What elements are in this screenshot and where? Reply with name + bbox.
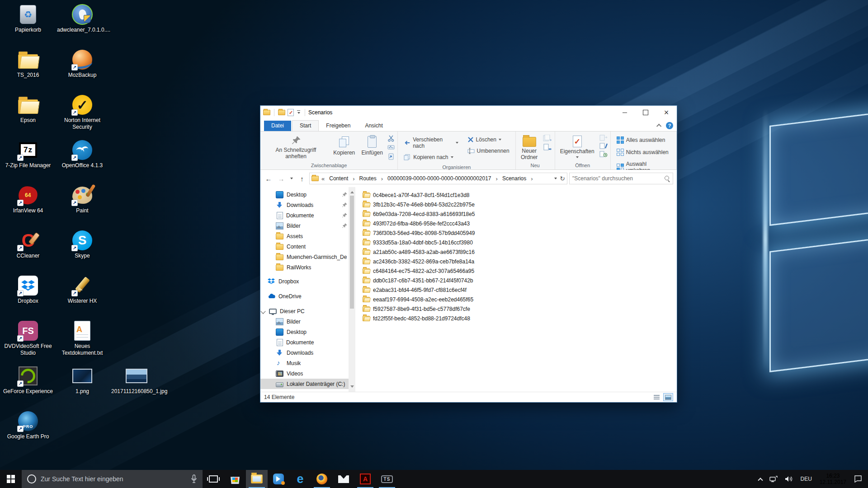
paste-shortcut-button[interactable] (387, 153, 395, 160)
breadcrumb-content[interactable]: Content (327, 174, 350, 183)
nav-item-content[interactable]: Content (260, 241, 349, 252)
task-view-button[interactable] (203, 470, 224, 488)
pin-to-quick-access-button[interactable]: An Schnellzugriff anheften (262, 133, 330, 161)
language-indicator[interactable]: DEU (797, 470, 815, 488)
select-all-button[interactable]: Alles auswählen (613, 135, 674, 145)
file-row[interactable]: 736f30b3-56ed-49bc-8098-57b9dd405949 (359, 228, 479, 238)
desktop-icon-jpg[interactable]: 20171112160850_1.jpg (110, 363, 163, 408)
desktop-icon-dvdvideosoft[interactable]: DVDVideoSoft Free Studio (2, 318, 54, 363)
edit-button[interactable] (599, 143, 608, 149)
taskbar-app-acrobat[interactable] (354, 470, 376, 488)
file-row[interactable]: fd22f55f-bedc-4852-bd88-21d9724dfc48 (359, 314, 474, 323)
desktop-icon-wisterer[interactable]: Wisterer HX (56, 273, 108, 318)
taskbar-app-explorer[interactable] (246, 470, 268, 488)
title-bar[interactable]: Scenarios (260, 106, 677, 119)
file-row[interactable]: eeaaf197-6994-4508-a2ec-eeb2ed465f65 (359, 295, 477, 304)
file-row[interactable]: f5927587-8be9-4f31-bd5e-c5778df67cfe (359, 304, 474, 314)
desktop-icon-geforce[interactable]: GeForce Experience (2, 363, 54, 408)
desktop-icon-neues-textdokument[interactable]: Neues Textdokument.txt (56, 318, 108, 363)
action-center-button[interactable] (851, 470, 865, 488)
desktop-icon-ts2016[interactable]: TS_2016 (2, 47, 54, 92)
minimize-button[interactable] (614, 106, 635, 119)
desktop-icon-1png[interactable]: 1.png (56, 363, 108, 408)
taskbar-app-media-player[interactable] (268, 470, 289, 488)
scrollbar-thumb[interactable] (350, 196, 354, 309)
file-row[interactable]: 493f072d-6fba-48b6-958e-fef2ccc43a43 (359, 219, 473, 228)
copy-button[interactable]: Kopieren (330, 133, 358, 161)
copy-path-button[interactable] (387, 144, 395, 151)
new-item-button[interactable] (543, 135, 552, 142)
microphone-icon[interactable] (191, 474, 197, 483)
nav-item-dropbox[interactable]: Dropbox (260, 276, 349, 286)
cut-button[interactable] (387, 135, 395, 142)
desktop-icon-dropbox[interactable]: Dropbox (2, 273, 54, 318)
breadcrumb-scenarios[interactable]: Scenarios (500, 174, 528, 183)
forward-button[interactable]: → (276, 173, 287, 184)
nav-item-assets[interactable]: Assets (260, 231, 349, 241)
tab-ansicht[interactable]: Ansicht (358, 121, 390, 131)
tray-overflow-button[interactable] (755, 470, 765, 488)
desktop-icon-epson[interactable]: Epson (2, 92, 54, 137)
delete-button[interactable]: Löschen (464, 135, 513, 145)
qat-customize-icon[interactable] (296, 109, 301, 116)
nav-item-desktop[interactable]: Desktop (260, 189, 349, 200)
nav-item-downloads[interactable]: Downloads (260, 200, 349, 210)
refresh-icon[interactable] (560, 175, 565, 182)
desktop-icon-mozbackup[interactable]: MozBackup (56, 47, 108, 92)
clock[interactable]: 16:23 12.11.2017 (816, 473, 850, 485)
desktop-icon-google-earth[interactable]: Google Earth Pro (2, 408, 54, 454)
file-row[interactable]: ddb0c187-c6b7-4351-bb67-214f45f0742b (359, 276, 477, 285)
nav-item-pc-bilder[interactable]: Bilder (260, 316, 349, 327)
easy-access-button[interactable] (543, 144, 552, 151)
nav-item-onedrive[interactable]: OneDrive (260, 291, 349, 301)
nav-item-muenchen-garmisch[interactable]: Muenchen-Garmisch_De (260, 252, 349, 262)
breadcrumb-route-guid[interactable]: 00000039-0000-0000-0000-000000002017 (386, 174, 493, 183)
help-icon[interactable] (666, 122, 673, 129)
tab-freigeben[interactable]: Freigeben (319, 121, 358, 131)
desktop-icon-paint[interactable]: Paint (56, 183, 108, 228)
tab-datei[interactable]: Datei (264, 121, 291, 131)
close-button[interactable] (656, 106, 677, 119)
taskbar-app-train-simulator[interactable] (376, 470, 398, 488)
nav-scrollbar[interactable] (349, 187, 355, 392)
desktop-icon-adwcleaner[interactable]: adwcleaner_7.0.1.0.... (56, 2, 108, 47)
explorer-search-input[interactable] (572, 175, 665, 182)
file-row[interactable]: c6484164-ec75-4822-a2cf-307a65466a95 (359, 266, 478, 276)
desktop-icon-openoffice[interactable]: OpenOffice 4.1.3 (56, 137, 108, 183)
tab-start[interactable]: Start (292, 120, 319, 131)
open-button[interactable] (599, 135, 608, 141)
rename-button[interactable]: Umbenennen (464, 146, 513, 156)
nav-item-pc-downloads[interactable]: Downloads (260, 347, 349, 358)
network-button[interactable] (766, 470, 781, 488)
maximize-button[interactable] (635, 106, 656, 119)
scroll-up-icon[interactable] (350, 189, 354, 193)
file-row[interactable]: 0c4bece1-a70f-4a37-8cf1-5f4d1cf1e3d8 (359, 190, 473, 200)
taskbar-app-mail[interactable] (333, 470, 354, 488)
file-row[interactable]: 3fb12b3c-457e-46e8-bb94-53d2c22b975e (359, 200, 478, 209)
nav-item-dokumente[interactable]: Dokumente (260, 210, 349, 221)
breadcrumb-overflow[interactable]: « (321, 175, 326, 182)
desktop-icon-7zip[interactable]: 7-Zip File Manager (2, 137, 54, 183)
desktop-icon-ccleaner[interactable]: CCleaner (2, 228, 54, 273)
expand-chevron-icon[interactable] (260, 309, 265, 314)
search-icon[interactable] (665, 176, 670, 181)
file-row[interactable]: 6b9e03da-7208-4ecd-8383-a616693f18e5 (359, 209, 479, 219)
nav-item-pc-musik[interactable]: Musik (260, 358, 349, 368)
desktop-icon-papierkorb[interactable]: Papierkorb (2, 2, 54, 47)
new-folder-button[interactable]: Neuer Ordner (518, 133, 541, 161)
qat-properties-icon[interactable] (288, 109, 294, 116)
address-dropdown-icon[interactable] (554, 178, 557, 181)
volume-button[interactable] (782, 470, 796, 488)
taskbar-app-store[interactable] (224, 470, 246, 488)
nav-item-railworks[interactable]: RailWorks (260, 262, 349, 272)
paste-button[interactable]: Einfügen (359, 133, 386, 161)
desktop-icon-irfanview[interactable]: IrfanView 64 (2, 183, 54, 228)
start-button[interactable] (0, 470, 22, 488)
taskbar-app-firefox[interactable] (311, 470, 333, 488)
nav-item-bilder[interactable]: Bilder (260, 221, 349, 231)
select-none-button[interactable]: Nichts auswählen (613, 147, 674, 158)
history-button[interactable] (599, 151, 608, 157)
recent-locations-icon[interactable] (288, 173, 295, 184)
qat-folder-icon[interactable] (278, 110, 285, 115)
breadcrumb-routes[interactable]: Routes (358, 174, 378, 183)
